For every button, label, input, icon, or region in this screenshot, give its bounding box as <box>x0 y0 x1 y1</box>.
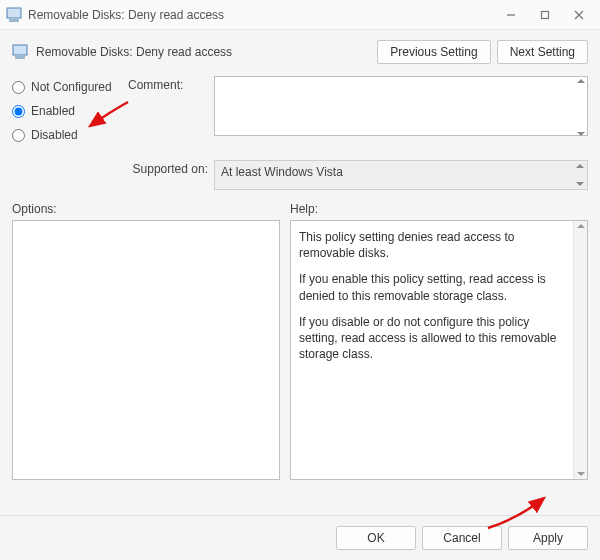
supported-on-row: Supported on: At least Windows Vista <box>0 156 600 198</box>
supported-on-value-box: At least Windows Vista <box>214 160 588 190</box>
next-setting-button[interactable]: Next Setting <box>497 40 588 64</box>
options-panel <box>12 220 280 480</box>
svg-rect-7 <box>15 56 25 59</box>
radio-disabled-label: Disabled <box>31 128 78 142</box>
radio-not-configured-input[interactable] <box>12 81 25 94</box>
close-icon[interactable] <box>572 8 586 22</box>
radio-not-configured[interactable]: Not Configured <box>12 80 122 94</box>
radio-disabled-input[interactable] <box>12 129 25 142</box>
policy-title: Removable Disks: Deny read access <box>36 45 369 59</box>
help-scrollbar[interactable] <box>573 221 587 479</box>
footer: OK Cancel Apply <box>0 515 600 560</box>
panel-labels: Options: Help: <box>0 198 600 220</box>
svg-rect-3 <box>542 11 549 18</box>
scroll-up-icon[interactable] <box>576 164 584 168</box>
policy-app-icon <box>6 7 22 23</box>
scroll-up-icon[interactable] <box>577 79 585 83</box>
title-bar: Removable Disks: Deny read access <box>0 0 600 30</box>
window-title: Removable Disks: Deny read access <box>28 8 504 22</box>
nav-buttons: Previous Setting Next Setting <box>377 40 588 64</box>
radio-disabled[interactable]: Disabled <box>12 128 122 142</box>
cancel-button[interactable]: Cancel <box>422 526 502 550</box>
state-radios: Not Configured Enabled Disabled <box>12 76 122 152</box>
supported-on-label: Supported on: <box>128 160 208 176</box>
apply-button[interactable]: Apply <box>508 526 588 550</box>
ok-button[interactable]: OK <box>336 526 416 550</box>
policy-icon <box>12 44 28 60</box>
radio-enabled-input[interactable] <box>12 105 25 118</box>
supported-on-value: At least Windows Vista <box>221 165 343 179</box>
radio-enabled[interactable]: Enabled <box>12 104 122 118</box>
scroll-down-icon[interactable] <box>576 182 584 186</box>
config-row: Not Configured Enabled Disabled Comment: <box>0 76 600 156</box>
help-label: Help: <box>290 202 588 216</box>
svg-rect-6 <box>13 45 27 55</box>
maximize-icon[interactable] <box>538 8 552 22</box>
comment-input[interactable] <box>214 76 588 136</box>
help-panel: This policy setting denies read access t… <box>290 220 588 480</box>
minimize-icon[interactable] <box>504 8 518 22</box>
svg-rect-0 <box>7 8 21 18</box>
window-controls <box>504 8 594 22</box>
help-paragraph: If you enable this policy setting, read … <box>299 271 569 303</box>
comment-label: Comment: <box>128 76 208 92</box>
radio-not-configured-label: Not Configured <box>31 80 112 94</box>
panels: This policy setting denies read access t… <box>0 220 600 480</box>
previous-setting-button[interactable]: Previous Setting <box>377 40 490 64</box>
svg-rect-1 <box>9 19 19 22</box>
radio-enabled-label: Enabled <box>31 104 75 118</box>
help-paragraph: This policy setting denies read access t… <box>299 229 569 261</box>
help-paragraph: If you disable or do not configure this … <box>299 314 569 363</box>
options-label: Options: <box>12 202 280 216</box>
scroll-down-icon[interactable] <box>577 132 585 136</box>
header: Removable Disks: Deny read access Previo… <box>0 30 600 70</box>
